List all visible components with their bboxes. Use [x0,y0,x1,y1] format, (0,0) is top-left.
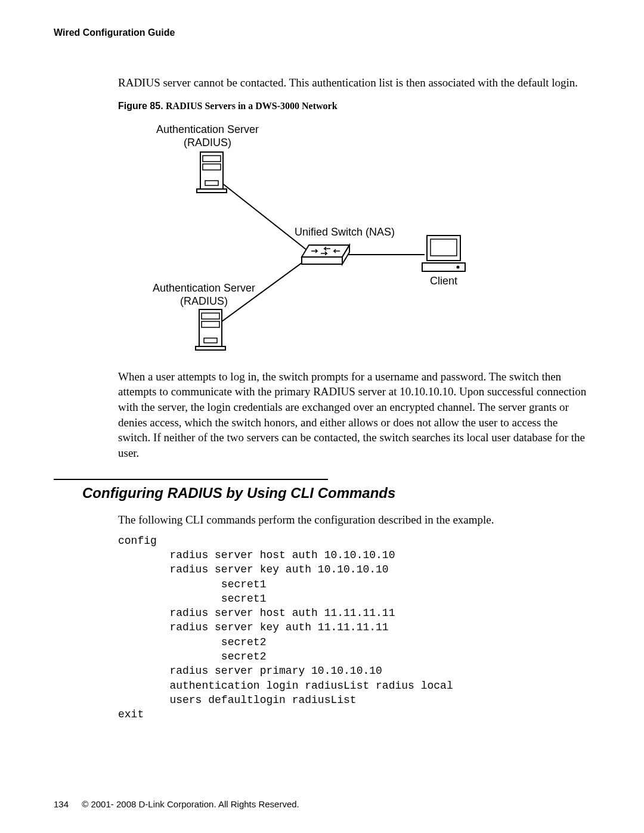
server-bottom-label-1: Authentication Server [153,282,255,294]
page-number: 134 [54,799,69,809]
svg-rect-3 [200,152,223,189]
cli-intro-paragraph: The following CLI commands perform the c… [118,512,590,528]
figure-number: Figure 85. [118,101,166,111]
copyright-text: © 2001- 2008 D-Link Corporation. All Rig… [82,799,299,809]
svg-rect-7 [197,189,227,193]
document-page: Wired Configuration Guide RADIUS server … [0,0,644,833]
figure-wrapper: Authentication Server (RADIUS) Authentic… [118,119,590,357]
server-bottom-icon [196,309,225,350]
page-footer: 134 © 2001- 2008 D-Link Corporation. All… [54,798,299,810]
svg-line-0 [216,178,306,250]
client-label: Client [430,275,457,287]
switch-icon [302,245,349,264]
cli-code-block: config radius server host auth 10.10.10.… [118,534,590,722]
section-rule [54,479,328,480]
server-top-label-2: (RADIUS) [184,137,231,148]
svg-point-19 [457,265,460,268]
svg-rect-17 [431,239,457,256]
svg-marker-14 [302,257,342,264]
running-head: Wired Configuration Guide [54,26,590,39]
network-diagram: Authentication Server (RADIUS) Authentic… [118,119,488,357]
svg-rect-8 [199,309,222,346]
server-top-icon [197,152,227,193]
server-top-label-1: Authentication Server [156,123,259,135]
section-heading: Configuring RADIUS by Using CLI Commands [82,484,590,503]
client-icon [422,236,465,271]
svg-rect-12 [196,346,225,350]
intro-paragraph: RADIUS server cannot be contacted. This … [118,75,590,91]
after-figure-paragraph: When a user attempts to log in, the swit… [118,369,590,461]
figure-caption: Figure 85. RADIUS Servers in a DWS-3000 … [118,100,590,113]
server-bottom-label-2: (RADIUS) [180,295,228,307]
switch-label: Unified Switch (NAS) [295,226,395,238]
body-column: RADIUS server cannot be contacted. This … [118,75,590,722]
figure-title: RADIUS Servers in a DWS-3000 Network [166,101,338,111]
